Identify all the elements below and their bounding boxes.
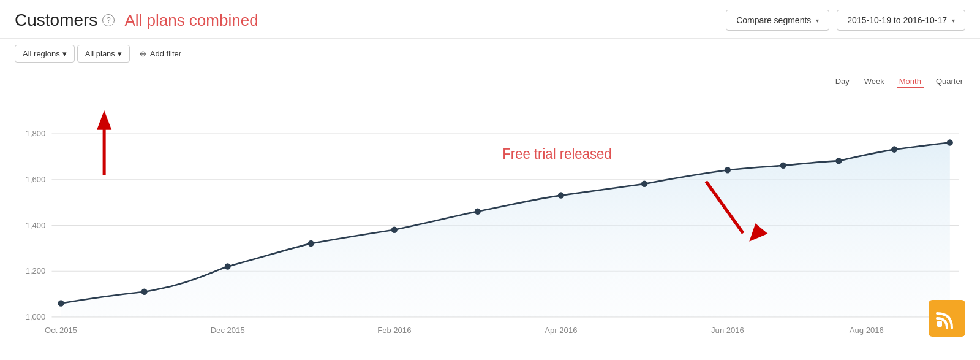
svg-point-15: [475, 208, 481, 215]
plus-icon: ⊕: [140, 49, 146, 58]
time-period-month[interactable]: Month: [897, 75, 924, 88]
filter-bar: All regions ▾ All plans ▾ ⊕ Add filter: [0, 39, 980, 69]
date-range-button[interactable]: 2015-10-19 to 2016-10-17 ▾: [837, 10, 965, 31]
svg-text:1,800: 1,800: [26, 129, 46, 138]
page-title: Customers ?: [15, 10, 115, 30]
chart-area: 1,000 1,200 1,400 1,600 1,800: [15, 98, 965, 343]
chevron-down-icon: ▾: [816, 17, 819, 24]
time-period-selector: Day Week Month Quarter: [833, 75, 965, 88]
svg-point-12: [225, 263, 231, 270]
rss-badge[interactable]: [929, 300, 965, 337]
svg-marker-30: [97, 110, 111, 130]
svg-point-17: [641, 181, 647, 188]
time-period-week[interactable]: Week: [862, 75, 887, 88]
svg-text:Apr 2016: Apr 2016: [545, 326, 577, 335]
svg-point-22: [947, 139, 953, 146]
time-period-day[interactable]: Day: [833, 75, 852, 88]
help-icon[interactable]: ?: [102, 14, 115, 26]
svg-text:1,400: 1,400: [26, 220, 46, 229]
chevron-down-icon-4: ▾: [118, 49, 122, 58]
header-right: Compare segments ▾ 2015-10-19 to 2016-10…: [726, 10, 965, 31]
header-left: Customers ? All plans combined: [15, 10, 258, 30]
svg-point-21: [891, 146, 897, 153]
svg-text:Aug 2016: Aug 2016: [850, 326, 884, 335]
chevron-down-icon-3: ▾: [62, 49, 67, 58]
title-text: Customers: [15, 10, 97, 30]
add-filter-button[interactable]: ⊕ Add filter: [132, 45, 189, 62]
subtitle: All plans combined: [124, 11, 258, 30]
time-period-quarter[interactable]: Quarter: [933, 75, 965, 88]
page-header: Customers ? All plans combined Compare s…: [0, 0, 980, 39]
svg-point-14: [391, 226, 398, 233]
all-plans-filter[interactable]: All plans ▾: [77, 45, 130, 63]
svg-point-11: [141, 288, 148, 295]
chart-svg: 1,000 1,200 1,400 1,600 1,800: [15, 98, 965, 343]
chart-container: Day Week Month Quarter 1,000 1,200 1,: [0, 69, 980, 351]
svg-point-20: [835, 158, 842, 164]
chevron-down-icon-2: ▾: [952, 17, 955, 24]
svg-point-13: [308, 240, 314, 247]
svg-text:Free trial released: Free trial released: [502, 146, 612, 163]
svg-text:1,000: 1,000: [26, 312, 46, 321]
compare-segments-button[interactable]: Compare segments ▾: [726, 10, 829, 31]
svg-text:Feb 2016: Feb 2016: [377, 326, 411, 335]
svg-text:1,600: 1,600: [26, 175, 46, 184]
svg-point-10: [58, 300, 64, 307]
svg-rect-34: [937, 321, 942, 327]
svg-text:Oct 2015: Oct 2015: [45, 326, 77, 335]
svg-point-19: [780, 163, 786, 169]
svg-text:Dec 2015: Dec 2015: [211, 326, 245, 335]
svg-text:1,200: 1,200: [26, 266, 46, 275]
svg-text:Jun 2016: Jun 2016: [711, 326, 744, 335]
all-regions-filter[interactable]: All regions ▾: [15, 45, 75, 63]
svg-point-18: [725, 167, 731, 174]
svg-point-16: [558, 192, 564, 199]
rss-icon: [936, 307, 958, 329]
